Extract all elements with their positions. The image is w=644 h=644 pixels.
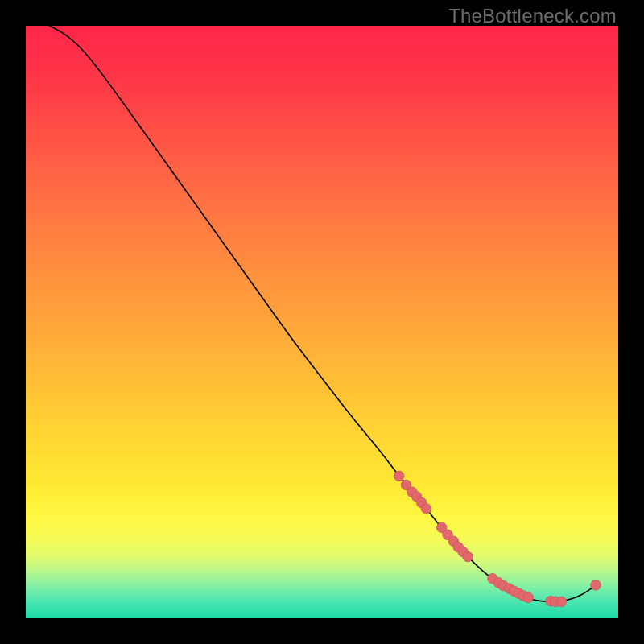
marker-dot bbox=[523, 592, 534, 603]
marker-dot bbox=[556, 597, 567, 607]
marker-dot bbox=[421, 504, 431, 514]
marker-dot bbox=[463, 551, 473, 562]
figure-stage: TheBottleneck.com bbox=[0, 0, 644, 644]
dots-layer bbox=[26, 26, 618, 618]
plot-area bbox=[26, 26, 618, 618]
marker-dot bbox=[394, 471, 404, 481]
marker-dot bbox=[591, 580, 601, 591]
watermark-text: TheBottleneck.com bbox=[448, 5, 617, 27]
